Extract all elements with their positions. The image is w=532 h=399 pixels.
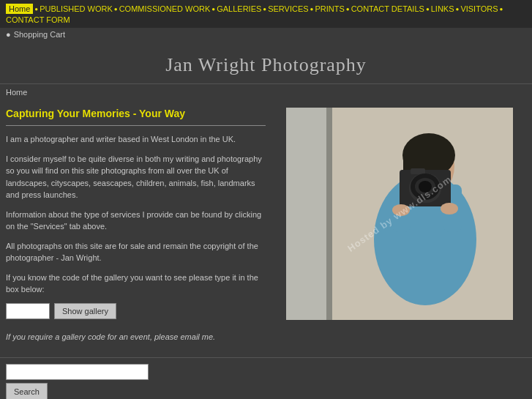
nav-prints[interactable]: PRINTS <box>315 4 344 13</box>
site-title-area: Jan Wright Photography <box>0 41 532 83</box>
nav-home[interactable]: Home <box>6 4 33 14</box>
breadcrumb-bar: Home <box>0 83 532 100</box>
gallery-code-input[interactable] <box>6 303 50 319</box>
nav-contact-details[interactable]: CONTACT DETAILS <box>351 4 424 13</box>
nav-published-work[interactable]: PUBLISHED WORK <box>40 4 113 13</box>
gallery-email-note: If you require a gallery code for an eve… <box>6 331 266 343</box>
nav-links[interactable]: LINKS <box>431 4 454 13</box>
nav-dot-9: ● <box>500 6 503 12</box>
nav-services[interactable]: SERVICES <box>268 4 308 13</box>
intro-paragraph-3: Information about the type of services I… <box>6 209 266 233</box>
svg-point-19 <box>392 204 410 216</box>
top-nav: Home ● PUBLISHED WORK ● COMMISSIONED WOR… <box>0 0 532 28</box>
svg-rect-2 <box>286 108 326 320</box>
shopping-cart-dot: ● <box>6 30 11 39</box>
svg-rect-3 <box>326 108 332 320</box>
nav-dot-3: ● <box>211 6 215 12</box>
site-title: Jan Wright Photography <box>6 54 526 76</box>
breadcrumb-home[interactable]: Home <box>6 88 27 97</box>
intro-paragraph-2: I consider myself to be quite diverse in… <box>6 153 266 201</box>
nav-dot-6: ● <box>346 6 350 12</box>
nav-visitors[interactable]: VISITORS <box>460 4 498 13</box>
svg-point-20 <box>441 203 458 215</box>
nav-galleries[interactable]: GALLERIES <box>217 4 261 13</box>
right-column: Hosted by www.dls.com <box>273 108 526 350</box>
photo-background: Hosted by www.dls.com <box>286 108 513 320</box>
svg-point-18 <box>419 181 432 193</box>
main-content: Capturing Your Memories - Your Way I am … <box>0 100 532 357</box>
photographer-photo: Hosted by www.dls.com <box>286 108 513 320</box>
nav-dot-2: ● <box>114 6 118 12</box>
intro-paragraph-1: I am a photographer and writer based in … <box>6 133 266 146</box>
nav-dot-8: ● <box>456 6 460 12</box>
page-heading: Capturing Your Memories - Your Way <box>6 108 266 126</box>
nav-dot-5: ● <box>310 6 314 12</box>
search-input[interactable] <box>6 364 149 380</box>
search-area: Search <box>0 357 532 399</box>
nav-dot-7: ● <box>426 6 430 12</box>
intro-paragraph-4: All photographs on this site are for sal… <box>6 240 266 264</box>
shopping-cart-row: ● Shopping Cart <box>0 28 532 41</box>
nav-contact-form[interactable]: CONTACT FORM <box>6 15 70 24</box>
show-gallery-button[interactable]: Show gallery <box>54 303 116 319</box>
shopping-cart-link[interactable]: Shopping Cart <box>14 30 65 39</box>
left-column: Capturing Your Memories - Your Way I am … <box>6 108 266 350</box>
nav-dot-4: ● <box>263 6 266 12</box>
gallery-code-prompt: If you know the code of the gallery you … <box>6 272 266 296</box>
nav-commissioned-work[interactable]: COMMISSIONED WORK <box>119 4 211 13</box>
gallery-input-row: Show gallery <box>6 303 266 319</box>
svg-rect-14 <box>411 168 425 174</box>
search-button[interactable]: Search <box>6 383 48 399</box>
nav-dot-1: ● <box>34 6 38 12</box>
